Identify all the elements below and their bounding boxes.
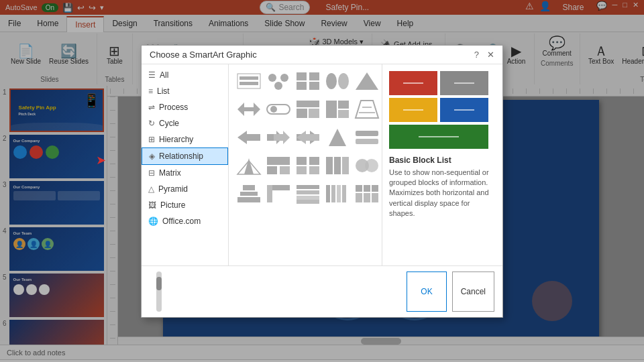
svg-rect-76 [297,190,319,194]
smartart-item-30[interactable] [262,181,294,206]
smartart-item-6[interactable] [380,68,382,94]
picture-label: Picture [160,200,185,210]
svg-rect-54 [297,157,307,165]
smartart-item-8[interactable] [233,97,265,122]
smartart-svg-10 [295,99,321,119]
smartart-item-33[interactable] [351,181,382,206]
svg-rect-83 [356,185,362,192]
list-label: List [157,86,170,96]
smartart-item-12[interactable] [351,97,382,122]
matrix-label: Matrix [159,168,181,178]
svg-point-62 [365,159,378,172]
svg-point-5 [274,82,282,90]
smartart-item-16[interactable] [262,125,294,150]
svg-rect-69 [240,192,258,196]
smartart-item-22[interactable] [233,153,265,178]
smartart-item-15[interactable] [233,125,265,150]
sidebar-officecom[interactable]: 🌐 Office.com [142,213,228,229]
dialog-preview: Basic Block List Use to show non-sequent… [382,64,502,265]
svg-rect-60 [342,157,349,174]
sidebar-matrix[interactable]: ⊟ Matrix [142,165,228,181]
dialog-title-controls: ? ✕ [474,50,494,60]
picture-icon: 🖼 [148,200,156,210]
svg-rect-27 [338,110,349,118]
sidebar-cycle[interactable]: ↻ Cycle [142,115,228,131]
sidebar-list[interactable]: ≡ List [142,83,228,99]
cancel-button[interactable]: Cancel [452,272,494,312]
preview-blocks [389,71,496,149]
smartart-item-11[interactable] [321,97,354,122]
svg-rect-57 [309,166,319,174]
dialog-overlay: Choose a SmartArt Graphic ? ✕ ☰ All ≡ Li… [0,0,644,362]
smartart-item-4[interactable] [321,68,354,94]
svg-rect-70 [243,185,255,190]
smartart-item-31[interactable] [292,181,324,206]
smartart-item-27[interactable] [380,153,382,178]
svg-rect-56 [297,166,307,174]
smartart-item-34[interactable] [380,181,382,206]
svg-rect-23 [297,109,307,118]
smartart-item-23[interactable] [262,153,294,178]
svg-rect-0 [237,74,260,88]
svg-rect-25 [326,101,337,118]
smartart-item-2[interactable] [262,68,294,94]
cycle-label: Cycle [159,119,179,128]
smartart-item-17[interactable] [292,125,324,150]
sidebar-pyramid[interactable]: △ Pyramid [142,181,228,197]
dialog-close-button[interactable]: ✕ [487,50,494,60]
smartart-item-20[interactable] [380,125,382,150]
dialog-footer: OK Cancel [142,265,502,317]
smartart-item-13[interactable] [380,97,382,122]
process-label: Process [159,103,188,112]
smartart-item-18[interactable] [321,125,354,150]
sidebar-hierarchy[interactable]: ⊞ Hierarchy [142,131,228,147]
smartart-item-26[interactable] [351,153,382,178]
smartart-svg-12 [354,99,380,119]
smartart-item-3[interactable] [292,68,324,94]
svg-rect-88 [372,193,378,202]
svg-rect-58 [326,157,333,174]
svg-rect-9 [309,82,319,90]
preview-row-1 [389,71,496,95]
smartart-item-5[interactable] [351,68,382,94]
svg-rect-41 [356,139,378,144]
hierarchy-label: Hierarchy [159,135,193,144]
svg-rect-77 [297,196,319,200]
smartart-item-1[interactable] [233,68,265,94]
smartart-item-19[interactable] [351,125,382,150]
svg-rect-24 [309,109,319,118]
smartart-item-9[interactable] [262,97,294,122]
pyramid-icon: △ [148,184,154,194]
smartart-item-10[interactable] [292,97,324,122]
svg-rect-78 [297,200,319,204]
smartart-svg-16 [266,127,291,147]
svg-marker-12 [356,72,378,90]
sidebar-picture[interactable]: 🖼 Picture [142,197,228,213]
svg-rect-51 [267,157,290,165]
smartart-item-25[interactable] [321,153,354,178]
smartart-item-24[interactable] [292,153,324,178]
sidebar-relationship[interactable]: ◈ Relationship [142,147,228,165]
smartart-item-29[interactable] [233,181,265,206]
dialog-help-icon[interactable]: ? [474,50,479,60]
svg-marker-35 [237,131,260,144]
dialog-title-bar: Choose a SmartArt Graphic ? ✕ [142,46,502,64]
smartart-svg-26 [354,156,380,176]
relationship-label: Relationship [159,152,203,161]
ok-button[interactable]: OK [407,272,446,312]
preview-block-red [389,71,437,95]
callout-arrow-icon: ➤ [96,153,106,168]
svg-rect-74 [267,185,272,202]
svg-rect-22 [297,101,319,107]
smartart-svg-31 [295,184,321,204]
svg-rect-81 [337,185,341,202]
svg-rect-53 [280,166,290,174]
preview-block-yellow [389,98,437,122]
sidebar-process[interactable]: ⇌ Process [142,99,228,115]
smartart-dialog: Choose a SmartArt Graphic ? ✕ ☰ All ≡ Li… [141,45,503,318]
smartart-item-32[interactable] [321,181,354,206]
smartart-svg-4 [325,71,350,91]
dialog-title-text: Choose a SmartArt Graphic [150,50,257,60]
sidebar-all[interactable]: ☰ All [142,67,228,83]
hierarchy-icon: ⊞ [148,135,155,144]
